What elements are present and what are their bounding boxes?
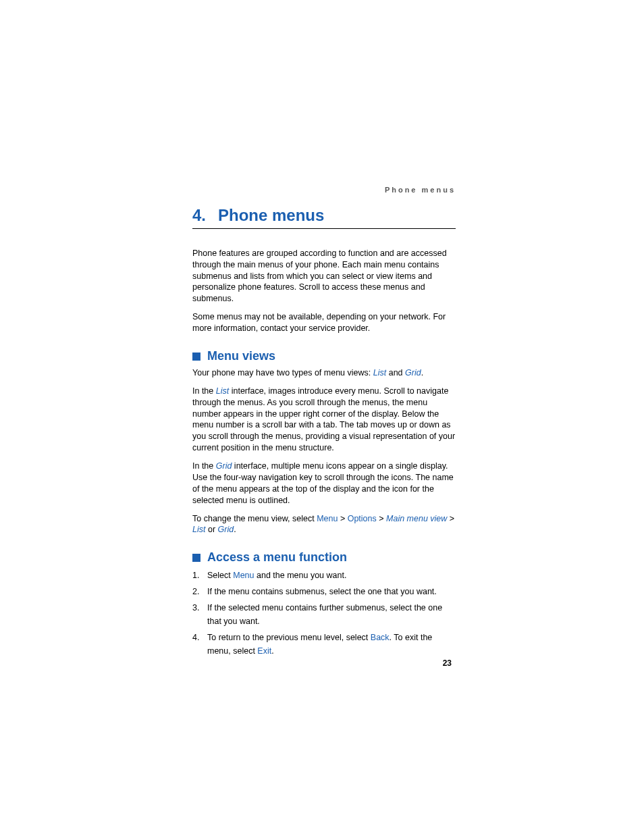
list-term: List xyxy=(216,386,229,396)
text-run: or xyxy=(205,525,217,534)
menu-term: Menu xyxy=(233,571,254,580)
menu-views-p4: To change the menu view, select Menu > O… xyxy=(192,513,456,536)
chapter-title: 4.Phone menus xyxy=(192,206,456,229)
chapter-title-text: Phone menus xyxy=(218,206,324,224)
breadcrumb-separator: > xyxy=(338,514,347,523)
menu-views-p1: Your phone may have two types of menu vi… xyxy=(192,367,456,379)
access-menu-steps: Select Menu and the menu you want. If th… xyxy=(192,569,456,658)
square-bullet-icon xyxy=(192,554,200,562)
text-run: Your phone may have two types of menu vi… xyxy=(192,368,373,377)
text-run: interface, images introduce every menu. … xyxy=(192,386,455,452)
running-header: Phone menus xyxy=(192,186,456,194)
options-term: Options xyxy=(348,514,377,523)
page-content: Phone menus 4.Phone menus Phone features… xyxy=(192,186,456,660)
text-run: Select xyxy=(207,571,233,580)
main-menu-view-term: Main menu view xyxy=(386,514,447,523)
back-term: Back xyxy=(371,633,390,642)
text-run: In the xyxy=(192,386,216,396)
menu-views-p3: In the Grid interface, multiple menu ico… xyxy=(192,461,456,506)
intro-paragraph-1: Phone features are grouped according to … xyxy=(192,248,456,305)
text-run: . xyxy=(421,368,423,377)
text-run: interface, multiple menu icons appear on… xyxy=(192,461,454,505)
text-run: To change the menu view, select xyxy=(192,514,317,523)
text-run: and xyxy=(386,368,405,377)
step-4: To return to the previous menu level, se… xyxy=(192,631,456,658)
section-title-text: Access a menu function xyxy=(207,550,347,564)
section-access-menu-title: Access a menu function xyxy=(192,550,456,565)
text-run: . xyxy=(234,525,236,534)
section-title-text: Menu views xyxy=(207,349,275,363)
text-run: and the menu you want. xyxy=(254,571,347,580)
text-run: In the xyxy=(192,461,216,471)
grid-term: Grid xyxy=(218,525,234,534)
grid-term: Grid xyxy=(405,368,421,377)
step-3: If the selected menu contains further su… xyxy=(192,601,456,628)
breadcrumb-separator: > xyxy=(447,514,454,523)
section-menu-views-title: Menu views xyxy=(192,349,456,363)
square-bullet-icon xyxy=(192,353,200,361)
text-run: . xyxy=(271,646,273,656)
chapter-number: 4. xyxy=(192,206,206,224)
list-term: List xyxy=(192,525,205,534)
menu-views-p2: In the List interface, images introduce … xyxy=(192,386,456,454)
intro-paragraph-2: Some menus may not be available, dependi… xyxy=(192,311,456,334)
list-term: List xyxy=(373,368,386,377)
page-number: 23 xyxy=(443,658,452,668)
grid-term: Grid xyxy=(216,461,232,471)
step-2: If the menu contains submenus, select th… xyxy=(192,585,456,598)
text-run: To return to the previous menu level, se… xyxy=(207,633,371,642)
breadcrumb-separator: > xyxy=(377,514,386,523)
exit-term: Exit xyxy=(257,646,271,656)
menu-term: Menu xyxy=(317,514,338,523)
step-1: Select Menu and the menu you want. xyxy=(192,569,456,582)
